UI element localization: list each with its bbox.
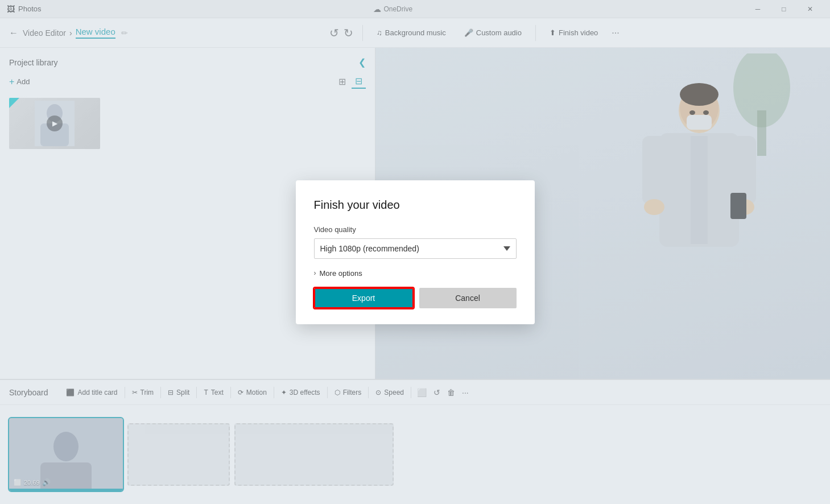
quality-select[interactable]: High 1080p (recommended) Medium 720p Low…	[314, 238, 517, 259]
modal-overlay: Finish your video Video quality High 108…	[0, 0, 830, 504]
more-options-row[interactable]: › More options	[314, 269, 517, 278]
export-button[interactable]: Export	[314, 288, 414, 308]
chevron-right-icon: ›	[314, 269, 316, 277]
more-options-label: More options	[320, 269, 362, 278]
quality-label: Video quality	[314, 225, 517, 234]
cancel-button[interactable]: Cancel	[419, 288, 517, 308]
modal-actions: Export Cancel	[314, 288, 517, 308]
modal-title: Finish your video	[314, 199, 517, 212]
finish-video-modal: Finish your video Video quality High 108…	[296, 180, 535, 324]
